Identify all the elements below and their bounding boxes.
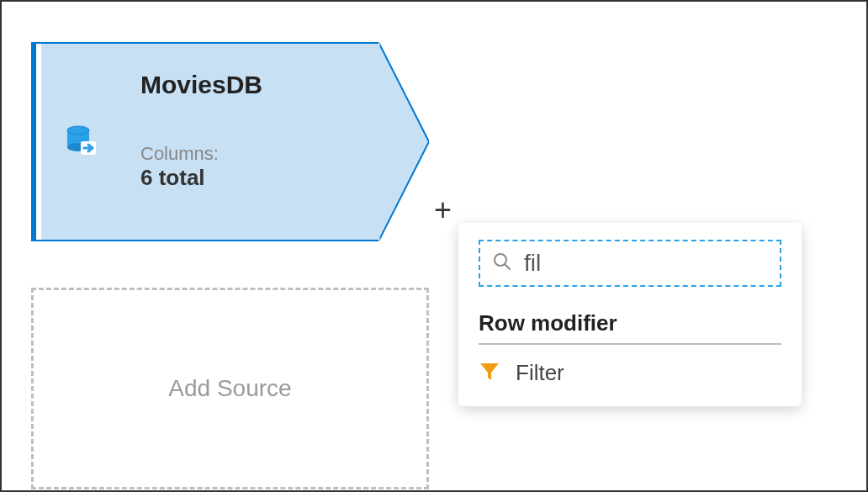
- source-body: MoviesDB Columns: 6 total: [122, 42, 429, 241]
- search-icon: [492, 251, 512, 275]
- source-icon-column: [41, 42, 122, 241]
- source-columns-count: 6 total: [140, 165, 378, 191]
- svg-marker-9: [480, 363, 499, 380]
- section-divider: [479, 343, 781, 345]
- source-columns-label: Columns:: [140, 143, 378, 165]
- svg-marker-5: [378, 42, 429, 241]
- menu-item-filter[interactable]: Filter: [479, 360, 781, 386]
- svg-line-8: [505, 264, 510, 269]
- add-source-label: Add Source: [168, 375, 291, 402]
- section-title-row-modifier: Row modifier: [479, 310, 781, 336]
- transformation-popup: Row modifier Filter: [458, 223, 802, 406]
- source-title: MoviesDB: [140, 71, 378, 99]
- menu-item-filter-label: Filter: [516, 360, 564, 386]
- add-source-placeholder[interactable]: Add Source: [31, 288, 429, 489]
- source-node-moviesdb[interactable]: MoviesDB Columns: 6 total: [31, 42, 429, 241]
- filter-icon: [479, 361, 500, 386]
- search-box[interactable]: [479, 240, 781, 287]
- add-transformation-button[interactable]: +: [434, 195, 452, 225]
- search-input[interactable]: [524, 250, 825, 277]
- database-export-icon: [64, 123, 99, 161]
- source-arrow-tip: [378, 42, 429, 241]
